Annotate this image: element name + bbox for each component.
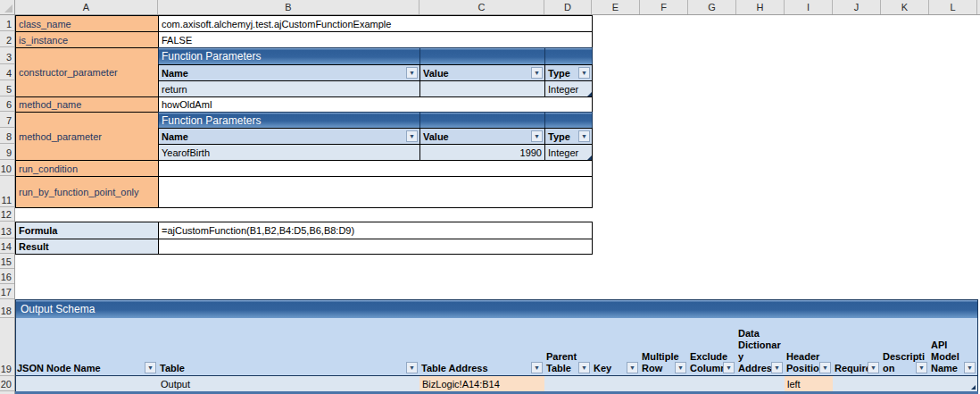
constructor-name-filter-button[interactable]: ▼ <box>406 67 418 79</box>
cell-method-param-value[interactable]: 1990 <box>419 144 545 161</box>
schema-filter-header-position[interactable]: ▼ <box>819 362 831 373</box>
row-header-7[interactable]: 7 <box>0 112 14 128</box>
cell-method-param-type[interactable]: Integer <box>544 144 593 161</box>
row-header-14[interactable]: 14 <box>0 239 14 254</box>
cell-constructor-param-name[interactable]: return <box>158 80 420 97</box>
schema-filter-required[interactable]: ▼ <box>868 362 879 373</box>
column-header-i[interactable]: I <box>785 0 833 14</box>
column-header-c[interactable]: C <box>419 0 544 14</box>
row-header-4[interactable]: 4 <box>0 64 14 80</box>
schema-filter-data-dictionary-address[interactable]: ▼ <box>771 362 783 373</box>
constructor-type-filter-button[interactable]: ▼ <box>578 67 590 79</box>
select-all-corner[interactable] <box>0 0 15 15</box>
cell-run-by-function-point-only-value[interactable] <box>158 176 593 208</box>
cell-class-name-label[interactable]: class_name <box>15 15 159 32</box>
row-header-2[interactable]: 2 <box>0 31 14 47</box>
row-header-16[interactable]: 16 <box>0 269 14 284</box>
filter-arrow-icon: ▼ <box>534 365 540 371</box>
cell-run-condition-label[interactable]: run_condition <box>15 160 159 177</box>
cell-run-condition-value[interactable] <box>158 160 593 177</box>
filter-arrow-icon: ▼ <box>534 133 540 139</box>
cell-constructor-parameter-label[interactable]: constructor_parameter <box>15 47 159 97</box>
constructor-function-parameters-header-ext2[interactable] <box>544 47 593 65</box>
constructor-value-column-header[interactable]: Value <box>419 64 545 81</box>
schema-header-table-address[interactable]: Table Address <box>419 318 544 376</box>
filter-arrow-icon: ▼ <box>677 365 684 371</box>
column-header-e[interactable]: E <box>592 0 640 14</box>
column-header-j[interactable]: J <box>833 0 881 14</box>
cell-method-name-value[interactable]: howOldAmI <box>158 96 593 113</box>
method-type-filter-button[interactable]: ▼ <box>578 130 590 142</box>
column-header-h[interactable]: H <box>736 0 785 14</box>
schema-filter-table-address[interactable]: ▼ <box>531 362 543 373</box>
method-value-filter-button[interactable]: ▼ <box>531 130 543 142</box>
cell-constructor-param-value[interactable] <box>419 80 545 97</box>
row-header-9[interactable]: 9 <box>0 144 14 160</box>
column-header-a[interactable]: A <box>15 0 158 14</box>
spreadsheet: A B C D E F G H I J K L 1 2 3 4 5 6 7 8 … <box>0 0 980 394</box>
row-header-17[interactable]: 17 <box>0 284 14 299</box>
row-header-3[interactable]: 3 <box>0 47 14 64</box>
row-header-18[interactable]: 18 <box>0 299 14 318</box>
column-header-d[interactable]: D <box>544 0 592 14</box>
schema-filter-description[interactable]: ▼ <box>916 362 927 373</box>
schema-header-table[interactable]: Table <box>158 318 419 376</box>
schema-filter-exclude-column[interactable]: ▼ <box>723 362 735 373</box>
method-function-parameters-header[interactable]: Function Parameters <box>158 112 420 129</box>
row-header-8[interactable]: 8 <box>0 128 14 144</box>
cell-run-by-function-point-only-label[interactable]: run_by_function_point_only <box>15 176 159 208</box>
column-header-b[interactable]: B <box>158 0 419 14</box>
row-header-19[interactable]: 19 <box>0 318 14 376</box>
schema-filter-table[interactable]: ▼ <box>406 362 418 373</box>
cell-method-parameter-label[interactable]: method_parameter <box>15 112 159 161</box>
cell-schema-table-value[interactable]: Output <box>158 376 419 391</box>
row-header-1[interactable]: 1 <box>0 15 14 31</box>
constructor-value-filter-button[interactable]: ▼ <box>531 67 543 79</box>
schema-filter-key[interactable]: ▼ <box>627 362 638 373</box>
row-header-6[interactable]: 6 <box>0 96 14 112</box>
cell-result-value[interactable] <box>158 239 593 255</box>
row-header-20[interactable]: 20 <box>0 376 14 391</box>
row-header-12[interactable]: 12 <box>0 207 14 222</box>
cell-result-label[interactable]: Result <box>15 239 159 255</box>
cell-constructor-param-type[interactable]: Integer <box>544 80 593 97</box>
schema-filter-json-node-name[interactable]: ▼ <box>145 362 156 373</box>
column-header-f[interactable]: F <box>640 0 688 14</box>
schema-filter-multiple-row[interactable]: ▼ <box>675 362 686 373</box>
schema-filter-parent-table[interactable]: ▼ <box>578 362 590 373</box>
row-header-11[interactable]: 11 <box>0 176 14 207</box>
method-function-parameters-header-ext2[interactable] <box>544 112 593 129</box>
row-header-10[interactable]: 10 <box>0 160 14 176</box>
column-header-k[interactable]: K <box>881 0 929 14</box>
constructor-name-column-header[interactable]: Name <box>158 64 420 81</box>
schema-filter-api-model-name[interactable]: ▼ <box>964 362 976 373</box>
method-name-filter-button[interactable]: ▼ <box>406 130 418 142</box>
filter-arrow-icon: ▼ <box>581 365 587 371</box>
cell-method-param-name[interactable]: YearofBirth <box>158 144 420 161</box>
column-header-l[interactable]: L <box>929 0 977 14</box>
method-value-column-header[interactable]: Value <box>419 128 545 145</box>
schema-header-json-node-name[interactable]: JSON Node Name <box>15 318 158 376</box>
method-function-parameters-header-ext1[interactable] <box>419 112 545 129</box>
cell-is-instance-label[interactable]: is_instance <box>15 31 159 48</box>
cell-schema-table-address-value[interactable]: BizLogic!A14:B14 <box>419 376 544 391</box>
output-schema-title[interactable]: Output Schema <box>15 299 978 319</box>
row-header-15[interactable]: 15 <box>0 254 14 269</box>
row-header-13[interactable]: 13 <box>0 222 14 239</box>
cell-class-name-value[interactable]: com.axisoft.alchemyj.test.ajCustomFuncti… <box>158 15 593 32</box>
column-header-g[interactable]: G <box>688 0 736 14</box>
constructor-function-parameters-header-ext1[interactable] <box>419 47 545 65</box>
select-all-triangle-icon <box>4 4 12 13</box>
filter-arrow-icon: ▼ <box>409 70 415 76</box>
filter-arrow-icon: ▼ <box>534 70 540 76</box>
constructor-function-parameters-header[interactable]: Function Parameters <box>158 47 420 65</box>
cell-formula-value[interactable]: =ajCustomFunction(B1,B2,B4:D5,B6,B8:D9) <box>158 222 593 239</box>
schema-header-label: Table <box>160 363 418 374</box>
column-header-strip: A B C D E F G H I J K L <box>0 0 980 15</box>
cell-method-name-label[interactable]: method_name <box>15 96 159 113</box>
row-header-5[interactable]: 5 <box>0 80 14 96</box>
cell-is-instance-value[interactable]: FALSE <box>158 31 593 48</box>
cell-formula-label[interactable]: Formula <box>15 222 159 239</box>
method-name-column-header[interactable]: Name <box>158 128 420 145</box>
cell-schema-header-position-value[interactable]: left <box>785 376 833 391</box>
